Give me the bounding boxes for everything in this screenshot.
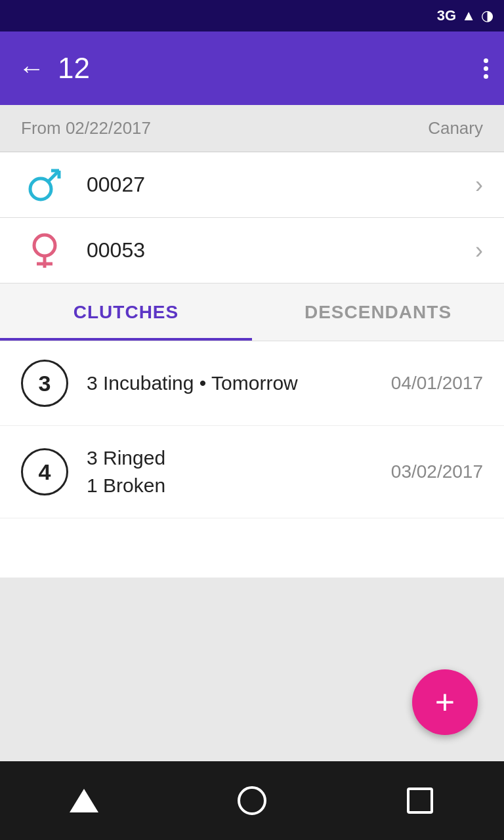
clutch-2-date: 03/02/2017 (391, 461, 483, 482)
clutch-list: 3 3 Incubating • Tomorrow 04/01/2017 4 3… (0, 341, 504, 578)
tabs-container: CLUTCHES DESCENDANTS (0, 284, 504, 341)
female-bird-id: 00053 (87, 238, 475, 262)
clutch-item-1[interactable]: 3 3 Incubating • Tomorrow 04/01/2017 (0, 341, 504, 426)
male-bird-entry[interactable]: 00027 › (0, 152, 504, 218)
clutch-number-3: 3 (21, 360, 68, 407)
nav-recents-button[interactable] (400, 781, 440, 820)
subtitle-bar: From 02/22/2017 Canary (0, 105, 504, 152)
svg-point-0 (30, 178, 51, 200)
nav-home-button[interactable] (232, 781, 272, 820)
female-chevron-icon: › (475, 237, 483, 264)
male-bird-id: 00027 (87, 173, 475, 197)
back-nav-icon (70, 789, 98, 812)
network-indicator: 3G (437, 7, 456, 24)
clutch-item-2[interactable]: 4 3 Ringed 1 Broken 03/02/2017 (0, 426, 504, 518)
clutch-2-status-line1: 3 Ringed (87, 444, 391, 472)
add-clutch-button[interactable]: + (412, 669, 478, 735)
add-icon: + (435, 685, 455, 719)
home-nav-icon (238, 786, 266, 815)
battery-icon: ◑ (481, 7, 494, 24)
tab-clutches[interactable]: CLUTCHES (0, 284, 252, 341)
species-label: Canary (428, 118, 483, 138)
from-date: From 02/22/2017 (21, 118, 151, 138)
signal-icon: ▲ (461, 7, 476, 24)
clutch-1-info: 3 Incubating • Tomorrow (87, 369, 391, 397)
tab-descendants[interactable]: DESCENDANTS (252, 284, 504, 341)
male-chevron-icon: › (475, 171, 483, 199)
back-button[interactable]: ← (16, 52, 47, 84)
female-icon (21, 227, 68, 274)
clutch-2-status-line2: 1 Broken (87, 472, 391, 499)
toolbar: ← 12 (0, 32, 504, 105)
svg-point-4 (34, 235, 55, 256)
status-bar: 3G ▲ ◑ (0, 0, 504, 32)
clutch-1-status: 3 Incubating • Tomorrow (87, 369, 391, 397)
clutch-2-info: 3 Ringed 1 Broken (87, 444, 391, 499)
nav-back-button[interactable] (64, 781, 104, 820)
bottom-navigation (0, 761, 504, 840)
page-title: 12 (58, 52, 484, 85)
male-icon (21, 161, 68, 209)
overflow-menu-button[interactable] (484, 58, 488, 79)
empty-area: + (0, 578, 504, 761)
clutch-number-4: 4 (21, 448, 68, 495)
recents-nav-icon (407, 788, 433, 814)
clutch-1-date: 04/01/2017 (391, 373, 483, 394)
female-bird-entry[interactable]: 00053 › (0, 218, 504, 284)
